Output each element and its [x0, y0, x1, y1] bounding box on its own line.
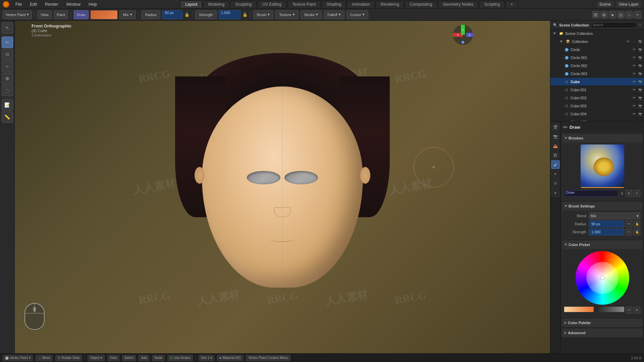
outliner-cube002[interactable]: ◻ Cube.002 👁 📷: [550, 94, 644, 102]
tool-cursor[interactable]: ↖: [2, 22, 13, 34]
vis-render[interactable]: 📷: [637, 39, 643, 44]
brush-copy-icon[interactable]: ⧉: [626, 190, 632, 197]
gizmo-z-axis[interactable]: [462, 41, 464, 44]
menu-window[interactable]: Window: [64, 1, 83, 7]
vis-render-cube001[interactable]: 📷: [637, 87, 643, 93]
vis-render-c001[interactable]: 📷: [637, 55, 643, 60]
viewport-shading-render[interactable]: ○: [626, 11, 633, 18]
vis-render-cube004[interactable]: 📷: [637, 111, 643, 117]
outliner-circle002[interactable]: ⬤ Circle.002 👁 📷: [550, 62, 644, 70]
radius-lock-icon[interactable]: 🔓: [184, 12, 190, 17]
props-material-icon[interactable]: ●: [551, 188, 560, 197]
blend-select[interactable]: Mix ▾: [589, 213, 640, 219]
tab-shading[interactable]: Shading: [321, 1, 346, 8]
outliner-cube[interactable]: ◻ Cube 👁 📷: [550, 78, 644, 86]
falloff-btn[interactable]: Falloff ▾: [324, 10, 344, 19]
props-particles-icon[interactable]: ✦: [551, 170, 560, 178]
vis-eye[interactable]: 👁: [625, 39, 631, 44]
menu-edit[interactable]: Edit: [28, 1, 39, 7]
brushes-header[interactable]: Brushes: [562, 134, 643, 142]
strength-edit-icon[interactable]: ✏: [626, 229, 632, 235]
blend-selector[interactable]: Mix ▾: [119, 10, 136, 19]
color-preview[interactable]: [91, 10, 117, 19]
outliner-cube001[interactable]: ◻ Cube.001 👁 📷: [550, 86, 644, 94]
vis-eye-c[interactable]: 👁: [631, 47, 637, 52]
color-bar-dark[interactable]: [595, 307, 625, 312]
tab-texture-paint[interactable]: Texture Paint: [287, 1, 321, 8]
vis-eye-cube004[interactable]: 👁: [631, 111, 637, 117]
cursor-btn[interactable]: Cursor ▾: [346, 10, 368, 19]
scene-selector[interactable]: Scene: [597, 1, 613, 7]
draw-mode-btn[interactable]: Draw: [74, 10, 89, 19]
view-btn-status[interactable]: View: [107, 355, 119, 361]
tab-uv-editing[interactable]: UV Editing: [258, 1, 287, 8]
color-reset-icon[interactable]: ↺: [626, 307, 632, 313]
props-view-layer-icon[interactable]: 🖼: [551, 151, 560, 160]
use-nodes-btn[interactable]: ☑ Use Nodes: [167, 355, 193, 361]
vis-eye-cube001[interactable]: 👁: [631, 87, 637, 93]
props-physics-icon[interactable]: ⚙: [551, 179, 560, 188]
tab-layout[interactable]: Layout: [180, 1, 202, 8]
tab-modeling[interactable]: Modeling: [203, 1, 229, 8]
radius-input[interactable]: 90 px: [162, 10, 182, 19]
color-palette-header[interactable]: Color Palette: [562, 318, 643, 327]
outliner-scene-collection[interactable]: 📁 Scene Collection: [550, 29, 644, 38]
props-render-icon[interactable]: 📷: [551, 132, 560, 141]
strength-lock-icon[interactable]: 🔓: [243, 12, 248, 17]
node-btn-status[interactable]: Node: [152, 355, 165, 361]
tab-geometry-nodes[interactable]: Geometry Nodes: [438, 1, 479, 8]
strength-prop-value[interactable]: 1.000: [589, 229, 624, 235]
tab-add[interactable]: +: [505, 1, 518, 8]
tool-measure[interactable]: 📏: [2, 111, 13, 123]
brush-name-input[interactable]: Draw: [564, 190, 618, 197]
vis-render-cube[interactable]: 📷: [637, 79, 643, 84]
slot-btn[interactable]: Slot 1 ▾: [199, 355, 215, 361]
menu-file[interactable]: File: [13, 1, 24, 7]
color-picker-header[interactable]: Color Picker: [562, 240, 643, 249]
rotate-btn-status[interactable]: ↻ Rotate View: [55, 355, 82, 361]
vis-eye-cube002[interactable]: 👁: [631, 95, 637, 101]
props-scene-icon[interactable]: 🎬: [551, 123, 560, 131]
tool-annotate[interactable]: 📝: [2, 99, 13, 111]
outliner-circle003[interactable]: ⬤ Circle.003 👁 📷: [550, 70, 644, 78]
tool-soften[interactable]: ⊙: [2, 49, 13, 60]
menu-help[interactable]: Help: [87, 1, 99, 7]
props-output-icon[interactable]: 📤: [551, 141, 560, 150]
outliner-circle[interactable]: ⬤ Circle 👁 📷: [550, 46, 644, 54]
tab-rendering[interactable]: Rendering: [376, 1, 404, 8]
paint-btn[interactable]: Paint: [54, 10, 68, 19]
radius-edit-icon[interactable]: ✏: [626, 221, 632, 227]
vis-eye-cube003[interactable]: 👁: [631, 103, 637, 109]
radius-lock-icon2[interactable]: 🔓: [634, 221, 640, 227]
tool-draw[interactable]: ✏: [2, 37, 13, 48]
add-btn-status[interactable]: Add: [139, 355, 149, 361]
brush-btn[interactable]: Brush ▾: [253, 10, 274, 19]
radius-prop-value[interactable]: 90 px: [589, 221, 624, 227]
props-paint-icon[interactable]: 🖌: [551, 160, 560, 169]
vis-eye-c003[interactable]: 👁: [631, 71, 637, 76]
viewport[interactable]: RRCG 人人素材 RRCG 人人素材 RRCG 人人素材 RRCG 人人素材 …: [15, 21, 550, 353]
mode-btn-status[interactable]: ⬤ Vertex Paint ▾: [3, 355, 33, 361]
tab-scripting[interactable]: Scripting: [479, 1, 505, 8]
gizmo-icon[interactable]: ⊕: [600, 11, 608, 18]
view-layer-selector[interactable]: View Layer: [616, 1, 641, 7]
view-btn[interactable]: View: [38, 10, 52, 19]
brush-delete-icon[interactable]: ✕: [634, 190, 640, 197]
outliner-filter-icon[interactable]: ▽: [639, 23, 641, 27]
strength-lock-icon2[interactable]: 🔓: [634, 229, 640, 235]
outliner-cube004[interactable]: ◻ Cube.004 👁 📷: [550, 110, 644, 118]
vis-render-c003[interactable]: 📷: [637, 71, 643, 76]
vis-eye-c002[interactable]: 👁: [631, 63, 637, 68]
select-btn-status[interactable]: Select: [122, 355, 136, 361]
outliner-search[interactable]: [591, 22, 637, 28]
context-menu-btn[interactable]: Vertex Paint Context Menu: [246, 355, 290, 361]
outliner-cube003[interactable]: ◻ Cube.003 👁 📷: [550, 102, 644, 110]
tool-smear[interactable]: ≈: [2, 61, 13, 72]
vis-render-cube003[interactable]: 📷: [637, 103, 643, 109]
vis-eye-c001[interactable]: 👁: [631, 55, 637, 60]
viewport-gizmo[interactable]: X Y Z: [453, 25, 473, 45]
vis-render-cube002[interactable]: 📷: [637, 95, 643, 101]
outliner-cube005[interactable]: ◻ Cube.005 👁 📷: [550, 118, 644, 121]
tab-sculpting[interactable]: Sculpting: [230, 1, 257, 8]
object-btn[interactable]: Object ▾: [88, 355, 105, 361]
